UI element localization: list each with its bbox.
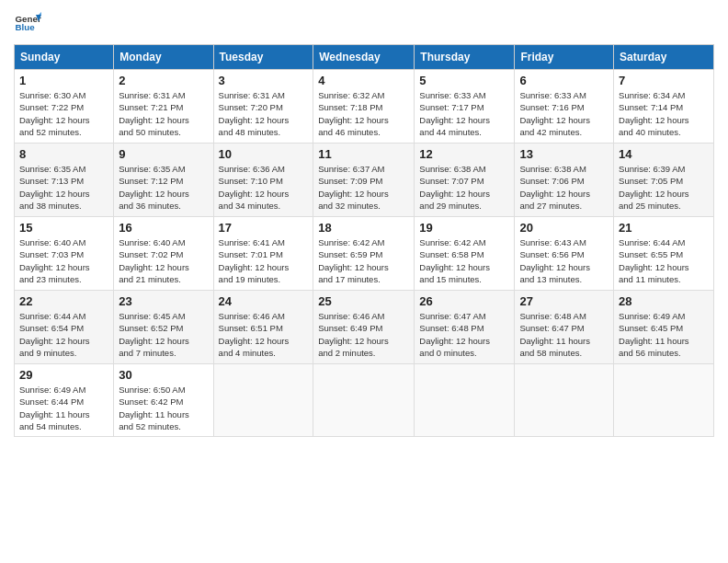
day-info: Sunrise: 6:49 AM Sunset: 6:45 PM Dayligh… bbox=[619, 310, 709, 359]
day-number: 15 bbox=[19, 221, 108, 235]
day-number: 24 bbox=[219, 294, 309, 308]
day-info: Sunrise: 6:38 AM Sunset: 7:07 PM Dayligh… bbox=[419, 163, 509, 212]
calendar-day-14: 14Sunrise: 6:39 AM Sunset: 7:05 PM Dayli… bbox=[614, 144, 714, 217]
day-number: 10 bbox=[219, 147, 309, 161]
day-info: Sunrise: 6:50 AM Sunset: 6:42 PM Dayligh… bbox=[119, 384, 208, 432]
calendar-day-17: 17Sunrise: 6:41 AM Sunset: 7:01 PM Dayli… bbox=[213, 217, 313, 291]
day-number: 12 bbox=[419, 147, 509, 161]
day-info: Sunrise: 6:39 AM Sunset: 7:05 PM Dayligh… bbox=[619, 163, 709, 212]
day-info: Sunrise: 6:41 AM Sunset: 7:01 PM Dayligh… bbox=[219, 236, 309, 285]
day-number: 27 bbox=[519, 294, 609, 308]
day-number: 18 bbox=[318, 221, 409, 235]
day-number: 19 bbox=[419, 221, 509, 235]
day-number: 3 bbox=[219, 74, 309, 87]
day-number: 14 bbox=[619, 147, 709, 161]
logo: General Blue bbox=[14, 9, 45, 37]
day-info: Sunrise: 6:35 AM Sunset: 7:12 PM Dayligh… bbox=[119, 163, 208, 212]
calendar-day-18: 18Sunrise: 6:42 AM Sunset: 6:59 PM Dayli… bbox=[313, 217, 415, 291]
calendar-day-12: 12Sunrise: 6:38 AM Sunset: 7:07 PM Dayli… bbox=[415, 144, 515, 217]
day-info: Sunrise: 6:32 AM Sunset: 7:18 PM Dayligh… bbox=[318, 89, 409, 138]
day-info: Sunrise: 6:31 AM Sunset: 7:20 PM Dayligh… bbox=[219, 89, 309, 138]
calendar-day-24: 24Sunrise: 6:46 AM Sunset: 6:51 PM Dayli… bbox=[213, 291, 313, 364]
day-number: 16 bbox=[119, 221, 208, 235]
calendar-day-4: 4Sunrise: 6:32 AM Sunset: 7:18 PM Daylig… bbox=[313, 70, 415, 144]
day-header-sunday: Sunday bbox=[15, 45, 114, 70]
day-number: 17 bbox=[219, 221, 309, 235]
day-header-thursday: Thursday bbox=[415, 45, 515, 70]
day-info: Sunrise: 6:37 AM Sunset: 7:09 PM Dayligh… bbox=[318, 163, 409, 212]
calendar-day-10: 10Sunrise: 6:36 AM Sunset: 7:10 PM Dayli… bbox=[213, 144, 313, 217]
day-header-friday: Friday bbox=[515, 45, 614, 70]
day-info: Sunrise: 6:40 AM Sunset: 7:03 PM Dayligh… bbox=[19, 236, 108, 285]
calendar-day-16: 16Sunrise: 6:40 AM Sunset: 7:02 PM Dayli… bbox=[114, 217, 213, 291]
day-info: Sunrise: 6:46 AM Sunset: 6:51 PM Dayligh… bbox=[219, 310, 309, 359]
day-number: 21 bbox=[619, 221, 709, 235]
svg-text:Blue: Blue bbox=[16, 22, 36, 32]
day-number: 4 bbox=[318, 74, 409, 87]
calendar-day-9: 9Sunrise: 6:35 AM Sunset: 7:12 PM Daylig… bbox=[114, 144, 213, 217]
day-number: 9 bbox=[119, 147, 208, 161]
day-header-wednesday: Wednesday bbox=[313, 45, 415, 70]
day-info: Sunrise: 6:38 AM Sunset: 7:06 PM Dayligh… bbox=[519, 163, 609, 212]
day-info: Sunrise: 6:42 AM Sunset: 6:59 PM Dayligh… bbox=[318, 236, 409, 285]
day-number: 20 bbox=[519, 221, 609, 235]
day-info: Sunrise: 6:47 AM Sunset: 6:48 PM Dayligh… bbox=[419, 310, 509, 359]
day-info: Sunrise: 6:46 AM Sunset: 6:49 PM Dayligh… bbox=[318, 310, 409, 359]
empty-cell bbox=[213, 364, 313, 437]
day-info: Sunrise: 6:35 AM Sunset: 7:13 PM Dayligh… bbox=[19, 163, 108, 212]
empty-cell bbox=[313, 364, 415, 437]
day-info: Sunrise: 6:40 AM Sunset: 7:02 PM Dayligh… bbox=[119, 236, 208, 285]
calendar-week-2: 8Sunrise: 6:35 AM Sunset: 7:13 PM Daylig… bbox=[15, 144, 714, 217]
day-info: Sunrise: 6:36 AM Sunset: 7:10 PM Dayligh… bbox=[219, 163, 309, 212]
calendar-day-13: 13Sunrise: 6:38 AM Sunset: 7:06 PM Dayli… bbox=[515, 144, 614, 217]
calendar-week-1: 1Sunrise: 6:30 AM Sunset: 7:22 PM Daylig… bbox=[15, 70, 714, 144]
calendar-day-29: 29Sunrise: 6:49 AM Sunset: 6:44 PM Dayli… bbox=[15, 364, 114, 437]
day-number: 11 bbox=[318, 147, 409, 161]
day-number: 7 bbox=[619, 74, 709, 87]
day-info: Sunrise: 6:49 AM Sunset: 6:44 PM Dayligh… bbox=[19, 384, 108, 432]
calendar-day-7: 7Sunrise: 6:34 AM Sunset: 7:14 PM Daylig… bbox=[614, 70, 714, 144]
day-number: 8 bbox=[19, 147, 108, 161]
day-info: Sunrise: 6:33 AM Sunset: 7:16 PM Dayligh… bbox=[519, 89, 609, 138]
day-number: 26 bbox=[419, 294, 509, 308]
day-number: 30 bbox=[119, 368, 208, 382]
calendar-day-19: 19Sunrise: 6:42 AM Sunset: 6:58 PM Dayli… bbox=[415, 217, 515, 291]
calendar-day-30: 30Sunrise: 6:50 AM Sunset: 6:42 PM Dayli… bbox=[114, 364, 213, 437]
calendar-day-21: 21Sunrise: 6:44 AM Sunset: 6:55 PM Dayli… bbox=[614, 217, 714, 291]
calendar-day-28: 28Sunrise: 6:49 AM Sunset: 6:45 PM Dayli… bbox=[614, 291, 714, 364]
empty-cell bbox=[415, 364, 515, 437]
day-info: Sunrise: 6:30 AM Sunset: 7:22 PM Dayligh… bbox=[19, 89, 108, 138]
day-info: Sunrise: 6:31 AM Sunset: 7:21 PM Dayligh… bbox=[119, 89, 208, 138]
calendar-day-11: 11Sunrise: 6:37 AM Sunset: 7:09 PM Dayli… bbox=[313, 144, 415, 217]
calendar-day-23: 23Sunrise: 6:45 AM Sunset: 6:52 PM Dayli… bbox=[114, 291, 213, 364]
calendar-day-27: 27Sunrise: 6:48 AM Sunset: 6:47 PM Dayli… bbox=[515, 291, 614, 364]
calendar-day-26: 26Sunrise: 6:47 AM Sunset: 6:48 PM Dayli… bbox=[415, 291, 515, 364]
day-info: Sunrise: 6:43 AM Sunset: 6:56 PM Dayligh… bbox=[519, 236, 609, 285]
day-info: Sunrise: 6:44 AM Sunset: 6:54 PM Dayligh… bbox=[19, 310, 108, 359]
day-info: Sunrise: 6:45 AM Sunset: 6:52 PM Dayligh… bbox=[119, 310, 208, 359]
calendar-day-22: 22Sunrise: 6:44 AM Sunset: 6:54 PM Dayli… bbox=[15, 291, 114, 364]
day-header-saturday: Saturday bbox=[614, 45, 714, 70]
day-number: 13 bbox=[519, 147, 609, 161]
day-info: Sunrise: 6:34 AM Sunset: 7:14 PM Dayligh… bbox=[619, 89, 709, 138]
calendar-day-20: 20Sunrise: 6:43 AM Sunset: 6:56 PM Dayli… bbox=[515, 217, 614, 291]
day-number: 1 bbox=[19, 74, 108, 87]
calendar-day-6: 6Sunrise: 6:33 AM Sunset: 7:16 PM Daylig… bbox=[515, 70, 614, 144]
day-number: 5 bbox=[419, 74, 509, 87]
calendar-day-8: 8Sunrise: 6:35 AM Sunset: 7:13 PM Daylig… bbox=[15, 144, 114, 217]
logo-icon: General Blue bbox=[14, 9, 41, 37]
calendar-day-15: 15Sunrise: 6:40 AM Sunset: 7:03 PM Dayli… bbox=[15, 217, 114, 291]
calendar-week-5: 29Sunrise: 6:49 AM Sunset: 6:44 PM Dayli… bbox=[15, 364, 714, 437]
day-number: 23 bbox=[119, 294, 208, 308]
day-info: Sunrise: 6:42 AM Sunset: 6:58 PM Dayligh… bbox=[419, 236, 509, 285]
day-header-monday: Monday bbox=[114, 45, 213, 70]
calendar-table: SundayMondayTuesdayWednesdayThursdayFrid… bbox=[14, 44, 714, 437]
calendar-week-3: 15Sunrise: 6:40 AM Sunset: 7:03 PM Dayli… bbox=[15, 217, 714, 291]
day-number: 29 bbox=[19, 368, 108, 382]
calendar-day-3: 3Sunrise: 6:31 AM Sunset: 7:20 PM Daylig… bbox=[213, 70, 313, 144]
day-number: 28 bbox=[619, 294, 709, 308]
calendar-week-4: 22Sunrise: 6:44 AM Sunset: 6:54 PM Dayli… bbox=[15, 291, 714, 364]
day-number: 22 bbox=[19, 294, 108, 308]
page-header: General Blue bbox=[14, 9, 714, 37]
empty-cell bbox=[614, 364, 714, 437]
